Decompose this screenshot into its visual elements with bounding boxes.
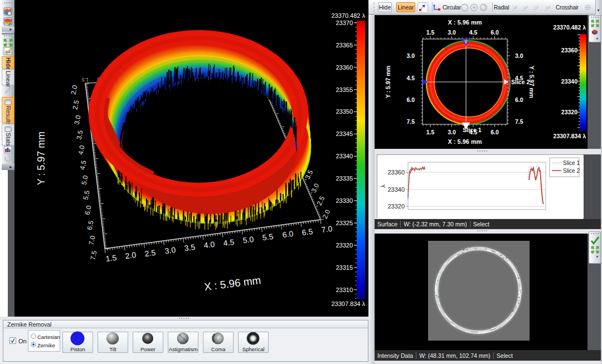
svg-text:23370.482 λ: 23370.482 λ bbox=[554, 24, 586, 31]
svg-text:1.5: 1.5 bbox=[81, 77, 89, 83]
svg-text:5.0: 5.0 bbox=[242, 235, 254, 245]
svg-text:3.5: 3.5 bbox=[184, 242, 196, 253]
svg-text:6.5: 6.5 bbox=[302, 227, 313, 237]
svg-text:7.5: 7.5 bbox=[515, 118, 523, 125]
svg-text:4.5: 4.5 bbox=[223, 237, 235, 247]
svg-text:2.0: 2.0 bbox=[125, 250, 137, 260]
svg-text:6.0: 6.0 bbox=[515, 96, 523, 103]
svg-text:23320: 23320 bbox=[336, 242, 353, 249]
svg-text:23310: 23310 bbox=[336, 287, 353, 293]
svg-text:1.5: 1.5 bbox=[426, 129, 435, 135]
svg-text:6.0: 6.0 bbox=[282, 229, 294, 239]
svg-text:X : 5.96 mm: X : 5.96 mm bbox=[448, 19, 482, 26]
svg-text:6.0: 6.0 bbox=[491, 129, 499, 135]
svg-text:Slice 2: Slice 2 bbox=[563, 168, 580, 174]
svg-text:23315: 23315 bbox=[336, 264, 353, 271]
svg-text:6.0: 6.0 bbox=[491, 29, 499, 36]
svg-text:23345: 23345 bbox=[336, 130, 353, 137]
svg-text:23355: 23355 bbox=[336, 86, 353, 93]
svg-text:23370: 23370 bbox=[336, 20, 353, 26]
svg-text:1.5: 1.5 bbox=[426, 29, 435, 36]
svg-text:3.0: 3.0 bbox=[406, 52, 415, 59]
svg-text:23360: 23360 bbox=[561, 47, 577, 54]
svg-text:23340: 23340 bbox=[561, 78, 577, 85]
svg-text:23320: 23320 bbox=[561, 109, 577, 115]
svg-text:4.5: 4.5 bbox=[469, 29, 478, 36]
svg-text:5.5: 5.5 bbox=[262, 232, 274, 242]
svg-text:23335: 23335 bbox=[336, 175, 353, 182]
svg-text:7.0: 7.0 bbox=[321, 224, 333, 234]
svg-text:23330: 23330 bbox=[336, 197, 353, 204]
svg-text:4.0: 4.0 bbox=[203, 240, 215, 250]
svg-text:4.5: 4.5 bbox=[406, 75, 415, 81]
svg-text:1.5: 1.5 bbox=[105, 253, 117, 263]
svg-text:23365: 23365 bbox=[336, 42, 353, 48]
svg-text:23370.482 λ: 23370.482 λ bbox=[331, 12, 365, 19]
svg-text:23360: 23360 bbox=[387, 169, 405, 176]
svg-text:23340: 23340 bbox=[387, 186, 405, 193]
svg-text:λ: λ bbox=[380, 185, 386, 188]
svg-text:3.0: 3.0 bbox=[164, 245, 176, 255]
svg-text:2.5: 2.5 bbox=[144, 248, 156, 258]
svg-text:23307.834 λ: 23307.834 λ bbox=[554, 133, 586, 139]
svg-text:23320: 23320 bbox=[387, 203, 405, 210]
svg-text:23350: 23350 bbox=[336, 108, 353, 115]
svg-text:Y : 5.97 mm: Y : 5.97 mm bbox=[36, 132, 47, 186]
svg-text:Slice 1: Slice 1 bbox=[463, 127, 481, 133]
svg-text:3.0: 3.0 bbox=[448, 29, 456, 36]
svg-text:Slice 2: Slice 2 bbox=[511, 79, 530, 85]
svg-text:7.5: 7.5 bbox=[406, 118, 415, 125]
svg-text:23325: 23325 bbox=[336, 220, 353, 226]
svg-text:3.0: 3.0 bbox=[448, 129, 456, 135]
svg-text:3.0: 3.0 bbox=[515, 52, 523, 59]
svg-text:Y : 5.97 mm: Y : 5.97 mm bbox=[385, 66, 391, 98]
svg-text:23307.834 λ: 23307.834 λ bbox=[331, 300, 365, 307]
svg-text:Slice 1: Slice 1 bbox=[563, 160, 580, 166]
svg-text:23360: 23360 bbox=[336, 64, 353, 71]
svg-text:23340: 23340 bbox=[336, 153, 353, 159]
svg-text:6.0: 6.0 bbox=[406, 96, 415, 103]
svg-text:X : 5.96 mm: X : 5.96 mm bbox=[448, 138, 482, 145]
